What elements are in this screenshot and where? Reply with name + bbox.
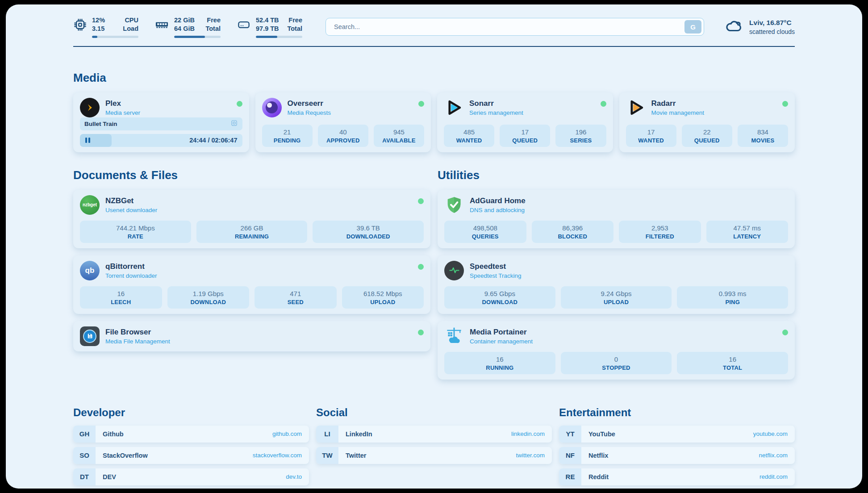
plex-status-dot — [237, 101, 242, 107]
stat-value: 485 — [446, 128, 492, 136]
link-row-reddit[interactable]: RE Reddit reddit.com — [559, 468, 795, 485]
qbittorrent-title: qBittorrent — [105, 262, 412, 271]
stat-label: MOVIES — [739, 137, 786, 144]
media-cards-row: Plex Media server Bullet Train — [73, 92, 795, 152]
link-row-twitter[interactable]: TW Twitter twitter.com — [316, 447, 552, 464]
adguard-title: AdGuard Home — [470, 196, 788, 205]
link-url: stackoverflow.com — [253, 447, 309, 464]
qbittorrent-subtitle: Torrent downloader — [105, 272, 412, 279]
pause-icon[interactable] — [85, 138, 90, 143]
cpu-chip-icon — [73, 18, 87, 33]
stat-box: 618.52 Mbps UPLOAD — [342, 286, 424, 309]
stat-box: 744.21 Mbps RATE — [80, 221, 191, 243]
portainer-crane-icon — [444, 326, 464, 346]
cpu-progress-fill — [92, 36, 97, 38]
overseerr-status-dot — [418, 101, 424, 107]
link-row-linkedin[interactable]: LI LinkedIn linkedin.com — [316, 426, 552, 443]
memory-free-value: 22 GiB — [174, 16, 195, 25]
link-name: StackOverflow — [96, 447, 253, 464]
portainer-status-dot — [782, 330, 788, 335]
link-name: Github — [96, 426, 272, 443]
utilities-section-heading: Utilities — [438, 168, 795, 182]
stat-box: 17 WANTED — [626, 125, 676, 147]
search-input[interactable] — [333, 23, 684, 31]
documents-section-heading: Documents & Files — [73, 168, 430, 182]
developer-heading: Developer — [73, 406, 309, 419]
memory-ram-icon — [154, 18, 169, 33]
stat-value: 22 — [684, 128, 730, 136]
adguard-card[interactable]: AdGuard Home DNS and adblocking 498,508 … — [438, 190, 795, 248]
sonarr-card[interactable]: Sonarr Series management 485 WANTED 17 Q… — [437, 92, 613, 152]
stat-value: 0.993 ms — [679, 290, 786, 297]
nzbget-card[interactable]: nzbget NZBGet Usenet downloader 744.21 M… — [73, 190, 430, 248]
qbittorrent-card[interactable]: qb qBittorrent Torrent downloader 16 LEE… — [73, 255, 430, 314]
social-heading: Social — [316, 406, 552, 419]
stat-box: 16 RUNNING — [444, 352, 555, 374]
stat-box: 471 SEED — [255, 286, 337, 309]
stat-box: 16 TOTAL — [677, 352, 788, 374]
topbar-divider — [73, 46, 795, 47]
stat-label: LATENCY — [708, 233, 787, 240]
nzbget-title: NZBGet — [105, 196, 412, 205]
radarr-card[interactable]: Radarr Movie management 17 WANTED 22 QUE… — [619, 92, 795, 152]
link-name: Reddit — [581, 468, 760, 485]
stat-label: QUEUED — [501, 137, 548, 144]
stat-box: 9.24 Gbps UPLOAD — [561, 286, 672, 309]
stat-label: WANTED — [628, 137, 675, 144]
stat-label: SERIES — [557, 137, 604, 144]
link-row-netflix[interactable]: NF Netflix netflix.com — [559, 447, 795, 464]
plex-now-playing-row: Bullet Train — [80, 117, 242, 130]
stat-value: 39.6 TB — [314, 224, 422, 232]
link-url: dev.to — [286, 468, 309, 485]
filebrowser-status-dot — [418, 330, 424, 335]
link-row-stackoverflow[interactable]: SO StackOverflow stackoverflow.com — [73, 447, 309, 464]
stat-value: 47.57 ms — [708, 224, 787, 232]
link-url: github.com — [272, 426, 309, 443]
memory-total-label: Total — [205, 25, 221, 33]
sonarr-title: Sonarr — [469, 99, 595, 108]
stat-value: 16 — [446, 355, 554, 363]
stat-box: 40 APPROVED — [318, 125, 368, 147]
link-row-dev[interactable]: DT DEV dev.to — [73, 468, 309, 485]
link-url: twitter.com — [516, 447, 552, 464]
link-row-github[interactable]: GH Github github.com — [73, 426, 309, 443]
stat-label: AVAILABLE — [376, 137, 422, 144]
plex-now-playing-title: Bullet Train — [84, 121, 230, 127]
stat-label: WANTED — [446, 137, 492, 144]
stat-value: 9.65 Gbps — [446, 290, 554, 297]
stat-box: 485 WANTED — [444, 125, 494, 147]
speedtest-card[interactable]: Speedtest Speedtest Tracking 9.65 Gbps D… — [438, 255, 795, 314]
social-links-section: Social LI LinkedIn linkedin.com TW Twitt… — [316, 406, 552, 489]
cpu-label: CPU — [123, 16, 138, 25]
stat-label: DOWNLOAD — [169, 299, 248, 305]
adguard-shield-icon — [444, 195, 464, 215]
sonarr-status-dot — [601, 101, 606, 107]
link-row-youtube[interactable]: YT YouTube youtube.com — [559, 426, 795, 443]
portainer-card[interactable]: Media Portainer Container management 16 … — [438, 321, 795, 380]
cloud-icon — [725, 18, 743, 35]
media-section-heading: Media — [73, 71, 795, 85]
weather-widget: Lviv, 16.87°C scattered clouds — [725, 18, 795, 35]
google-search-button[interactable]: G — [684, 20, 701, 33]
stat-label: QUEUED — [684, 137, 730, 144]
overseerr-card[interactable]: Overseerr Media Requests 21 PENDING 40 A… — [255, 92, 431, 152]
stat-value: 9.24 Gbps — [563, 290, 670, 297]
filebrowser-card[interactable]: File Browser Media File Management — [73, 321, 430, 351]
stat-value: 17 — [501, 128, 548, 136]
cpu-progress-bar — [92, 36, 138, 38]
plex-card[interactable]: Plex Media server Bullet Train — [73, 92, 249, 152]
stat-label: SEED — [256, 299, 335, 305]
system-widgets: 12% 3.15 CPU Load — [73, 16, 302, 38]
weather-condition: scattered clouds — [749, 28, 795, 35]
link-abbr: RE — [559, 468, 581, 485]
plex-progress-fill — [80, 134, 112, 147]
portainer-title: Media Portainer — [470, 328, 776, 337]
stat-value: 16 — [82, 290, 160, 297]
stat-label: PENDING — [264, 137, 311, 144]
disk-free-value: 52.4 TB — [256, 16, 279, 25]
stat-box: 9.65 Gbps DOWNLOAD — [444, 286, 555, 309]
overseerr-icon — [262, 98, 282, 117]
disk-total-label: Total — [287, 25, 302, 33]
plex-subtitle: Media server — [105, 109, 231, 116]
view-session-icon[interactable] — [230, 119, 238, 128]
